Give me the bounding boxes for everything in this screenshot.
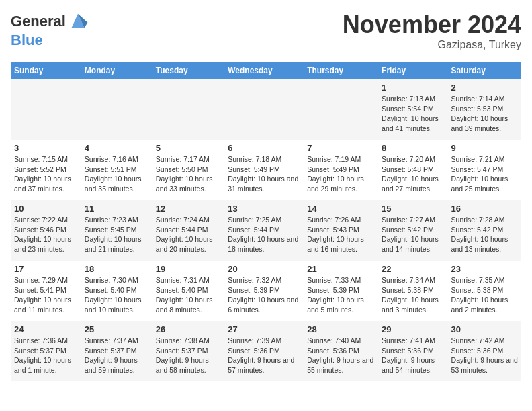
day-cell bbox=[152, 79, 224, 140]
weekday-header-wednesday: Wednesday bbox=[224, 62, 304, 79]
weekday-header-friday: Friday bbox=[378, 62, 447, 79]
day-number: 29 bbox=[382, 324, 444, 334]
weekday-header-sunday: Sunday bbox=[11, 62, 81, 79]
day-cell: 7Sunrise: 7:19 AMSunset: 5:49 PMDaylight… bbox=[304, 140, 378, 200]
day-cell: 5Sunrise: 7:17 AMSunset: 5:50 PMDaylight… bbox=[152, 140, 224, 200]
day-cell: 13Sunrise: 7:25 AMSunset: 5:44 PMDayligh… bbox=[224, 200, 304, 261]
day-number: 12 bbox=[156, 203, 221, 214]
day-number: 30 bbox=[451, 324, 518, 334]
day-info: Sunrise: 7:42 AMSunset: 5:36 PMDaylight:… bbox=[451, 336, 518, 375]
day-cell: 26Sunrise: 7:38 AMSunset: 5:37 PMDayligh… bbox=[152, 321, 224, 381]
day-info: Sunrise: 7:32 AMSunset: 5:39 PMDaylight:… bbox=[228, 275, 300, 315]
day-number: 26 bbox=[156, 324, 221, 334]
day-number: 16 bbox=[451, 203, 518, 214]
day-info: Sunrise: 7:41 AMSunset: 5:36 PMDaylight:… bbox=[382, 336, 444, 375]
day-cell: 12Sunrise: 7:24 AMSunset: 5:44 PMDayligh… bbox=[152, 200, 224, 261]
day-cell: 17Sunrise: 7:29 AMSunset: 5:41 PMDayligh… bbox=[11, 261, 81, 321]
day-cell: 23Sunrise: 7:35 AMSunset: 5:38 PMDayligh… bbox=[448, 261, 521, 321]
day-cell: 9Sunrise: 7:21 AMSunset: 5:47 PMDaylight… bbox=[448, 140, 521, 200]
week-row-3: 10Sunrise: 7:22 AMSunset: 5:46 PMDayligh… bbox=[11, 200, 521, 261]
title-block: November 2024 Gazipasa, Turkey bbox=[343, 11, 521, 51]
day-info: Sunrise: 7:31 AMSunset: 5:40 PMDaylight:… bbox=[156, 275, 221, 315]
day-info: Sunrise: 7:24 AMSunset: 5:44 PMDaylight:… bbox=[156, 215, 221, 255]
day-cell bbox=[11, 79, 81, 140]
day-info: Sunrise: 7:30 AMSunset: 5:40 PMDaylight:… bbox=[85, 275, 149, 315]
day-number: 24 bbox=[14, 324, 78, 334]
page-header: General Blue November 2024 Gazipasa, Tur… bbox=[11, 11, 521, 51]
day-cell: 2Sunrise: 7:14 AMSunset: 5:53 PMDaylight… bbox=[448, 79, 521, 140]
week-row-1: 1Sunrise: 7:13 AMSunset: 5:54 PMDaylight… bbox=[11, 79, 521, 140]
day-cell: 16Sunrise: 7:28 AMSunset: 5:42 PMDayligh… bbox=[448, 200, 521, 261]
day-info: Sunrise: 7:33 AMSunset: 5:39 PMDaylight:… bbox=[307, 275, 375, 315]
logo-blue-text: Blue bbox=[11, 32, 43, 48]
week-row-2: 3Sunrise: 7:15 AMSunset: 5:52 PMDaylight… bbox=[11, 140, 521, 200]
day-info: Sunrise: 7:40 AMSunset: 5:36 PMDaylight:… bbox=[307, 336, 375, 375]
day-cell: 24Sunrise: 7:36 AMSunset: 5:37 PMDayligh… bbox=[11, 321, 81, 381]
day-info: Sunrise: 7:13 AMSunset: 5:54 PMDaylight:… bbox=[382, 94, 444, 134]
day-cell: 22Sunrise: 7:34 AMSunset: 5:38 PMDayligh… bbox=[378, 261, 447, 321]
day-number: 18 bbox=[85, 264, 149, 274]
day-cell bbox=[304, 79, 378, 140]
week-row-5: 24Sunrise: 7:36 AMSunset: 5:37 PMDayligh… bbox=[11, 321, 521, 381]
day-cell bbox=[224, 79, 304, 140]
day-cell: 6Sunrise: 7:18 AMSunset: 5:49 PMDaylight… bbox=[224, 140, 304, 200]
day-number: 21 bbox=[307, 264, 375, 274]
day-info: Sunrise: 7:25 AMSunset: 5:44 PMDaylight:… bbox=[228, 215, 300, 255]
day-info: Sunrise: 7:35 AMSunset: 5:38 PMDaylight:… bbox=[451, 275, 518, 315]
day-number: 23 bbox=[451, 264, 518, 274]
day-info: Sunrise: 7:18 AMSunset: 5:49 PMDaylight:… bbox=[228, 154, 300, 194]
day-info: Sunrise: 7:23 AMSunset: 5:45 PMDaylight:… bbox=[85, 215, 149, 255]
day-cell: 8Sunrise: 7:20 AMSunset: 5:48 PMDaylight… bbox=[378, 140, 447, 200]
weekday-header-saturday: Saturday bbox=[448, 62, 521, 79]
weekday-header-tuesday: Tuesday bbox=[152, 62, 224, 79]
day-cell: 29Sunrise: 7:41 AMSunset: 5:36 PMDayligh… bbox=[378, 321, 447, 381]
day-number: 11 bbox=[85, 203, 149, 214]
day-info: Sunrise: 7:20 AMSunset: 5:48 PMDaylight:… bbox=[382, 154, 444, 194]
calendar-table: SundayMondayTuesdayWednesdayThursdayFrid… bbox=[11, 62, 521, 381]
day-number: 9 bbox=[451, 143, 518, 153]
day-info: Sunrise: 7:29 AMSunset: 5:41 PMDaylight:… bbox=[14, 275, 78, 315]
day-number: 4 bbox=[85, 143, 149, 153]
day-cell: 19Sunrise: 7:31 AMSunset: 5:40 PMDayligh… bbox=[152, 261, 224, 321]
day-number: 22 bbox=[382, 264, 444, 274]
location: Gazipasa, Turkey bbox=[343, 39, 521, 51]
day-number: 7 bbox=[307, 143, 375, 153]
day-info: Sunrise: 7:28 AMSunset: 5:42 PMDaylight:… bbox=[451, 215, 518, 255]
day-cell: 3Sunrise: 7:15 AMSunset: 5:52 PMDaylight… bbox=[11, 140, 81, 200]
day-info: Sunrise: 7:15 AMSunset: 5:52 PMDaylight:… bbox=[14, 154, 78, 194]
day-info: Sunrise: 7:36 AMSunset: 5:37 PMDaylight:… bbox=[14, 336, 78, 375]
day-number: 1 bbox=[382, 83, 444, 93]
day-info: Sunrise: 7:37 AMSunset: 5:37 PMDaylight:… bbox=[85, 336, 149, 375]
day-number: 19 bbox=[156, 264, 221, 274]
weekday-header-monday: Monday bbox=[81, 62, 152, 79]
logo-icon bbox=[67, 11, 89, 32]
day-info: Sunrise: 7:19 AMSunset: 5:49 PMDaylight:… bbox=[307, 154, 375, 194]
day-info: Sunrise: 7:21 AMSunset: 5:47 PMDaylight:… bbox=[451, 154, 518, 194]
day-info: Sunrise: 7:14 AMSunset: 5:53 PMDaylight:… bbox=[451, 94, 518, 134]
day-number: 8 bbox=[382, 143, 444, 153]
day-info: Sunrise: 7:16 AMSunset: 5:51 PMDaylight:… bbox=[85, 154, 149, 194]
day-number: 20 bbox=[228, 264, 300, 274]
month-title: November 2024 bbox=[343, 11, 521, 39]
day-number: 13 bbox=[228, 203, 300, 214]
day-number: 28 bbox=[307, 324, 375, 334]
day-number: 6 bbox=[228, 143, 300, 153]
day-number: 25 bbox=[85, 324, 149, 334]
weekday-header-row: SundayMondayTuesdayWednesdayThursdayFrid… bbox=[11, 62, 521, 79]
day-number: 15 bbox=[382, 203, 444, 214]
day-number: 5 bbox=[156, 143, 221, 153]
day-info: Sunrise: 7:38 AMSunset: 5:37 PMDaylight:… bbox=[156, 336, 221, 375]
weekday-header-thursday: Thursday bbox=[304, 62, 378, 79]
day-cell: 20Sunrise: 7:32 AMSunset: 5:39 PMDayligh… bbox=[224, 261, 304, 321]
day-info: Sunrise: 7:39 AMSunset: 5:36 PMDaylight:… bbox=[228, 336, 300, 375]
day-cell: 4Sunrise: 7:16 AMSunset: 5:51 PMDaylight… bbox=[81, 140, 152, 200]
day-cell: 28Sunrise: 7:40 AMSunset: 5:36 PMDayligh… bbox=[304, 321, 378, 381]
day-info: Sunrise: 7:27 AMSunset: 5:42 PMDaylight:… bbox=[382, 215, 444, 255]
day-cell: 27Sunrise: 7:39 AMSunset: 5:36 PMDayligh… bbox=[224, 321, 304, 381]
day-cell: 11Sunrise: 7:23 AMSunset: 5:45 PMDayligh… bbox=[81, 200, 152, 261]
day-cell bbox=[81, 79, 152, 140]
day-cell: 14Sunrise: 7:26 AMSunset: 5:43 PMDayligh… bbox=[304, 200, 378, 261]
day-number: 2 bbox=[451, 83, 518, 93]
day-cell: 21Sunrise: 7:33 AMSunset: 5:39 PMDayligh… bbox=[304, 261, 378, 321]
day-cell: 18Sunrise: 7:30 AMSunset: 5:40 PMDayligh… bbox=[81, 261, 152, 321]
